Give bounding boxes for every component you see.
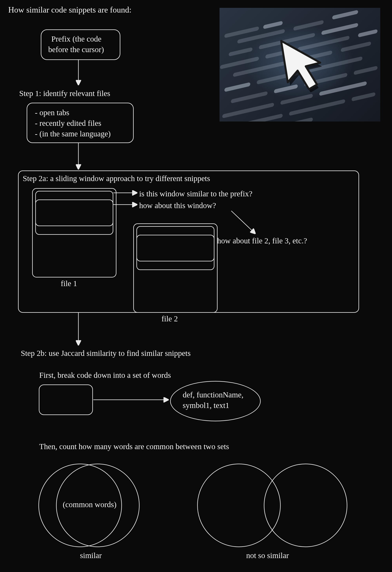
step1-title: Step 1: identify relevant files (19, 88, 110, 99)
venn-notsimilar-right (264, 464, 347, 547)
file2-window-2 (136, 235, 214, 270)
prefix-box-text-l1: Prefix (the code (51, 34, 101, 44)
common-words-label: (common words) (63, 499, 116, 510)
file1-window-2 (35, 199, 113, 235)
hero-illustration (220, 8, 380, 122)
step2b-first-line: First, break code down into a set of wor… (39, 370, 171, 381)
file2-label: file 2 (162, 314, 178, 324)
code-box (39, 384, 93, 415)
prefix-box-text-l2: before the cursor) (48, 44, 104, 55)
step1-item-0: - open tabs (35, 107, 69, 118)
step1-item-2: - (in the same language) (35, 128, 111, 139)
step2a-q3: how about file 2, file 3, etc.? (217, 236, 307, 246)
step2b-title: Step 2b: use Jaccard similarity to find … (21, 348, 191, 359)
step2a-q2: how about this window? (139, 200, 216, 211)
step2a-title: Step 2a: a sliding window approach to tr… (23, 173, 210, 184)
file1-label: file 1 (61, 278, 77, 289)
word-set-l2: symbol1, text1 (183, 400, 229, 411)
diagram-title: How similar code snippets are found: (8, 4, 131, 16)
step2b-then-line: Then, count how many words are common be… (39, 441, 229, 452)
similar-label: similar (80, 550, 102, 561)
diagram-canvas: How similar code snippets are found: (0, 0, 392, 572)
step1-item-1: - recently edited files (35, 118, 101, 128)
step2a-q1: is this window similar to the prefix? (139, 189, 252, 199)
word-set-l1: def, functionName, (183, 390, 244, 400)
cursor-icon (266, 25, 334, 98)
not-so-similar-label: not so similar (246, 550, 289, 561)
